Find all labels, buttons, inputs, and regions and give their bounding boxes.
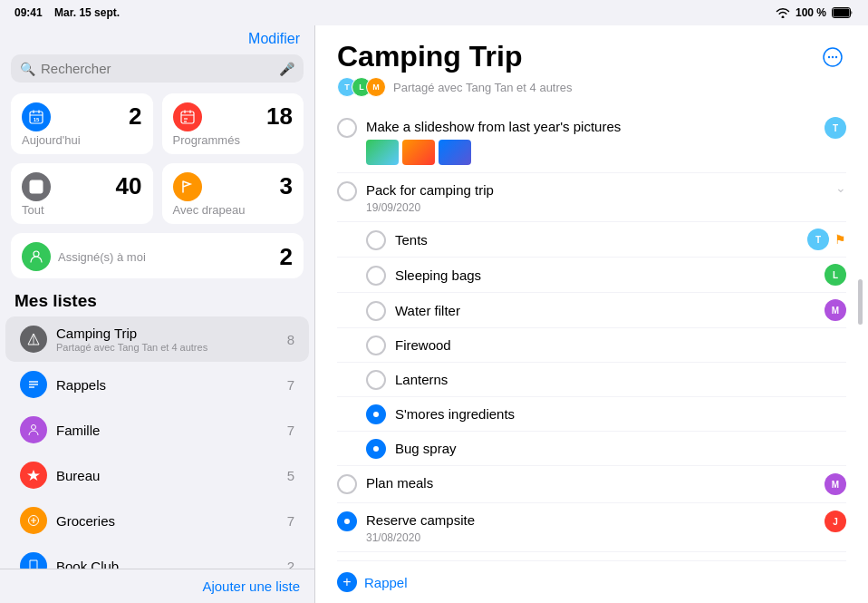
subtask-name-firewood: Firewood (395, 337, 451, 353)
task-date-reserve: 31/08/2020 (366, 531, 815, 544)
rappels-info: Rappels (56, 377, 287, 393)
camping-icon (20, 326, 47, 353)
task-avatar-reserve: J (825, 511, 846, 532)
battery-icon (832, 7, 854, 18)
list-item-bookclub[interactable]: Book Club 2 (5, 543, 309, 569)
task-checkbox-meals[interactable] (337, 474, 357, 494)
modifier-button[interactable]: Modifier (248, 31, 300, 47)
subtask-checkbox-smores[interactable] (366, 404, 386, 424)
bookclub-info: Book Club (56, 559, 287, 569)
smart-card-all[interactable]: 40 Tout (11, 163, 153, 224)
task-item-slideshow: Make a slideshow from last year's pictur… (337, 110, 846, 173)
subtask-checkbox-lanterns[interactable] (366, 370, 386, 390)
task-content-slideshow: Make a slideshow from last year's pictur… (366, 117, 815, 165)
wifi-icon (776, 7, 790, 18)
subtask-checkbox-firewood[interactable] (366, 336, 386, 355)
avatar-group: T L M (337, 77, 381, 97)
detail-title: Camping Trip (337, 40, 522, 73)
add-reminder-bar[interactable]: + Rappel (337, 560, 846, 603)
task-checkbox-slideshow[interactable] (337, 118, 357, 138)
home-indicator (858, 279, 863, 325)
task-content-pack: Pack for camping trip 19/09/2020 (366, 180, 826, 214)
subtask-name-tents: Tents (395, 232, 428, 248)
mes-listes-title: Mes listes (0, 291, 314, 316)
assigned-card[interactable]: Assigné(s) à moi 2 (11, 233, 304, 278)
subtask-water: Water filter M (337, 293, 846, 328)
sidebar: Modifier 🔍 🎤 15 (0, 25, 315, 603)
sidebar-footer: Ajouter une liste (0, 569, 314, 603)
svg-point-28 (835, 56, 837, 58)
chevron-down-icon: ⌄ (835, 180, 846, 195)
famille-info: Famille (56, 423, 287, 438)
search-bar[interactable]: 🔍 🎤 (11, 54, 304, 83)
task-date-pack: 19/09/2020 (366, 201, 826, 214)
famille-name: Famille (56, 423, 287, 438)
svg-rect-7 (181, 112, 194, 123)
subtask-checkbox-bugspray[interactable] (366, 439, 386, 459)
today-icon: 15 (22, 102, 51, 131)
subtask-checkbox-tents[interactable] (366, 230, 386, 250)
list-item-famille[interactable]: Famille 7 (5, 407, 309, 452)
subtask-avatar-water: M (825, 299, 846, 321)
add-list-button[interactable]: Ajouter une liste (202, 579, 300, 594)
bureau-info: Bureau (56, 468, 287, 483)
subtask-checkbox-water[interactable] (366, 301, 386, 321)
detail-panel: Camping Trip T L M Partagé avec Tang Tan… (315, 25, 868, 603)
ellipsis-icon (823, 47, 843, 67)
camping-info: Camping Trip Partagé avec Tang Tan et 4 … (56, 326, 287, 353)
mic-icon: 🎤 (279, 62, 294, 76)
detail-header: Camping Trip (337, 40, 846, 73)
task-right-pack: ⌄ (835, 180, 846, 195)
shared-text: Partagé avec Tang Tan et 4 autres (393, 81, 573, 94)
subtask-checkbox-sleeping[interactable] (366, 266, 386, 286)
assigned-left: Assigné(s) à moi (22, 242, 146, 271)
subtask-right-water: M (825, 299, 846, 321)
subtask-name-smores: S'mores ingredients (395, 406, 515, 422)
scheduled-icon (173, 102, 202, 131)
subtask-avatar-tents: T (807, 229, 829, 250)
svg-text:15: 15 (34, 117, 40, 122)
task-avatar-slideshow: T (825, 117, 846, 139)
smart-card-scheduled[interactable]: 18 Programmés (162, 93, 304, 154)
rappels-count: 7 (287, 377, 294, 393)
subtask-sleeping: Sleeping bags L (337, 258, 846, 293)
flagged-icon (173, 172, 202, 201)
svg-point-22 (32, 425, 36, 430)
list-item-camping[interactable]: Camping Trip Partagé avec Tang Tan et 4 … (5, 316, 309, 362)
subtask-firewood: Firewood (337, 328, 846, 363)
groceries-info: Groceries (56, 513, 287, 529)
task-name-slideshow: Make a slideshow from last year's pictur… (366, 117, 815, 136)
today-label: Aujourd'hui (22, 133, 142, 147)
task-item-meals: Plan meals M (337, 466, 846, 503)
svg-marker-23 (27, 470, 40, 481)
task-content-reserve: Reserve campsite 31/08/2020 (366, 511, 815, 544)
list-item-rappels[interactable]: Rappels 7 (5, 362, 309, 407)
subtask-tents: Tents T ⚑ (337, 222, 846, 258)
camping-sub: Partagé avec Tang Tan et 4 autres (56, 342, 287, 353)
shared-line: T L M Partagé avec Tang Tan et 4 autres (337, 77, 846, 97)
search-input[interactable] (41, 61, 274, 76)
task-name-meals: Plan meals (366, 473, 815, 492)
all-icon (22, 172, 51, 201)
more-button[interactable] (819, 44, 846, 71)
bookclub-count: 2 (287, 559, 294, 569)
groceries-name: Groceries (56, 513, 287, 529)
famille-count: 7 (287, 423, 294, 438)
smart-card-flagged[interactable]: 3 Avec drapeau (162, 163, 304, 224)
list-item-groceries[interactable]: Groceries 7 (5, 498, 309, 543)
rappels-icon (20, 371, 47, 398)
task-item-pack: Pack for camping trip 19/09/2020 ⌄ (337, 173, 846, 222)
smart-card-today[interactable]: 15 2 Aujourd'hui (11, 93, 153, 154)
task-right-reserve: J (825, 511, 846, 532)
today-count: 2 (129, 102, 141, 131)
task-checkbox-reserve[interactable] (337, 511, 357, 531)
subtask-right-tents: T ⚑ (807, 229, 846, 250)
thumb-2 (402, 140, 435, 165)
all-label: Tout (22, 203, 142, 217)
list-item-bureau[interactable]: Bureau 5 (5, 452, 309, 498)
status-bar: 09:41 Mar. 15 sept. 100 % (0, 0, 868, 25)
svg-point-26 (828, 56, 830, 58)
task-checkbox-pack[interactable] (337, 181, 357, 201)
assigned-icon (22, 242, 51, 271)
sidebar-header: Modifier (0, 25, 314, 51)
